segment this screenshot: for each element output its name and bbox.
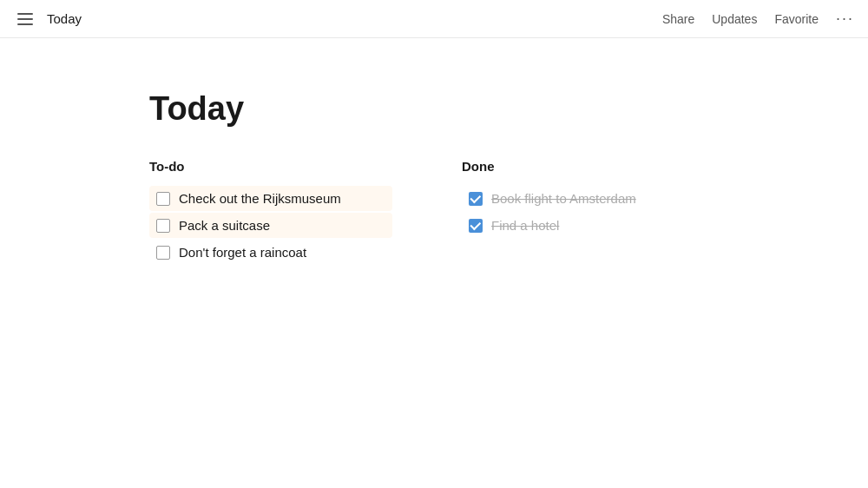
done-column-header: Done: [462, 159, 705, 174]
columns-container: To-do Check out the Rijksmuseum Pack a s…: [149, 159, 719, 267]
done-label: Book flight to Amsterdam: [491, 191, 636, 206]
done-label: Find a hotel: [491, 218, 559, 233]
todo-label: Don't forget a raincoat: [179, 245, 306, 260]
share-button[interactable]: Share: [662, 12, 694, 26]
updates-button[interactable]: Updates: [712, 12, 757, 26]
todo-item[interactable]: Don't forget a raincoat: [149, 240, 392, 265]
more-button[interactable]: ···: [836, 10, 854, 28]
todo-item[interactable]: Check out the Rijksmuseum: [149, 186, 392, 211]
header-right: Share Updates Favorite ···: [662, 10, 854, 28]
checkbox-checked[interactable]: [469, 192, 483, 206]
todo-label: Pack a suitcase: [179, 218, 270, 233]
todo-label: Check out the Rijksmuseum: [179, 191, 341, 206]
header-title: Today: [47, 11, 82, 26]
menu-icon[interactable]: [14, 10, 36, 29]
todo-column: To-do Check out the Rijksmuseum Pack a s…: [149, 159, 392, 267]
checkbox-unchecked[interactable]: [156, 246, 170, 260]
todo-column-header: To-do: [149, 159, 392, 174]
main-content: Today To-do Check out the Rijksmuseum Pa…: [0, 38, 868, 267]
done-column: Done Book flight to Amsterdam Find a hot…: [462, 159, 705, 240]
header-left: Today: [14, 10, 82, 29]
favorite-button[interactable]: Favorite: [774, 12, 819, 26]
done-item[interactable]: Find a hotel: [462, 213, 705, 238]
todo-item[interactable]: Pack a suitcase: [149, 213, 392, 238]
checkbox-unchecked[interactable]: [156, 219, 170, 233]
checkbox-unchecked[interactable]: [156, 192, 170, 206]
header: Today Share Updates Favorite ···: [0, 0, 868, 38]
checkbox-checked[interactable]: [469, 219, 483, 233]
page-title: Today: [149, 90, 719, 128]
done-item[interactable]: Book flight to Amsterdam: [462, 186, 705, 211]
